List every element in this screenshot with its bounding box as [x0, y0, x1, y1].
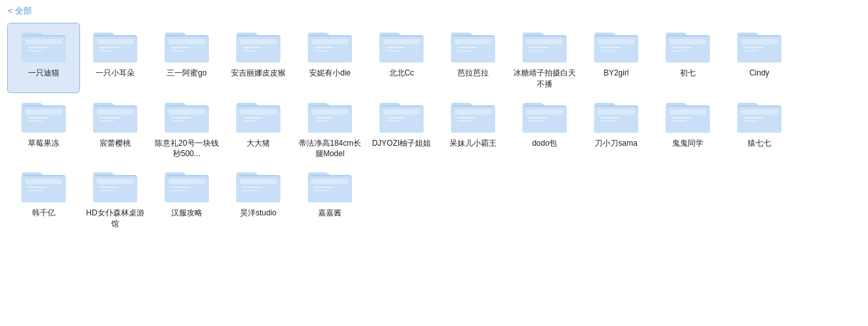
svg-rect-47 [670, 39, 706, 44]
svg-rect-78 [314, 117, 334, 118]
svg-rect-33 [457, 47, 477, 48]
folder-item[interactable]: 刀小刀sama [580, 94, 652, 163]
folder-label: 三一阿蜜go [167, 68, 206, 79]
folder-icon [235, 96, 282, 135]
svg-rect-128 [243, 187, 262, 188]
svg-rect-54 [744, 50, 758, 51]
folder-item[interactable]: 嘉嘉酱 [294, 163, 366, 232]
folder-item[interactable]: 三一阿蜜go [151, 23, 223, 92]
folder-icon [593, 96, 640, 135]
svg-rect-7 [97, 39, 133, 44]
folder-item[interactable]: 安妮有小die [294, 23, 366, 92]
svg-rect-57 [25, 109, 62, 115]
folder-item[interactable]: 草莓果冻 [8, 94, 79, 163]
folder-item[interactable]: 初七 [652, 23, 724, 92]
folder-label: HD女仆森林桌游馆 [83, 208, 148, 230]
svg-rect-118 [100, 187, 119, 188]
svg-rect-52 [741, 39, 778, 44]
folder-item[interactable]: 陈意礼20号一块钱秒500... [151, 94, 223, 163]
folder-item[interactable]: 安吉丽娜皮皮猴 [223, 23, 294, 92]
svg-rect-129 [243, 190, 257, 191]
folder-label: 嘉嘉酱 [318, 208, 342, 219]
folder-label: DJYOZI柚子姐姐 [372, 138, 431, 149]
svg-rect-13 [171, 47, 191, 48]
folder-icon [450, 26, 496, 65]
svg-rect-98 [601, 117, 620, 118]
svg-rect-102 [670, 109, 706, 115]
folder-label: 宸蕾樱桃 [100, 138, 131, 149]
breadcrumb[interactable]: < 全部 [8, 5, 860, 17]
svg-rect-23 [314, 47, 334, 48]
svg-rect-82 [383, 109, 420, 115]
svg-rect-12 [169, 39, 205, 44]
folder-item[interactable]: 鬼鬼同学 [652, 94, 724, 163]
folder-item[interactable]: 一只小耳朵 [79, 23, 151, 92]
folder-label: 初七 [680, 68, 696, 79]
folder-item[interactable]: Cindy [724, 23, 795, 92]
svg-rect-104 [672, 120, 686, 122]
svg-rect-59 [28, 120, 42, 122]
svg-rect-49 [672, 50, 686, 51]
svg-rect-72 [240, 109, 277, 115]
svg-rect-113 [28, 187, 47, 188]
svg-rect-58 [28, 117, 47, 118]
folder-label: 猿七七 [748, 138, 771, 149]
folder-icon [521, 96, 568, 135]
folder-item[interactable]: 猿七七 [724, 94, 795, 163]
folder-label: 安妮有小die [309, 68, 351, 79]
folder-item[interactable]: HD女仆森林桌游馆 [79, 163, 151, 232]
svg-rect-44 [601, 50, 615, 51]
svg-rect-114 [28, 190, 42, 191]
folder-icon [306, 26, 353, 65]
folder-label: 北北Cc [389, 68, 414, 79]
svg-rect-68 [171, 117, 191, 118]
folder-label: 草莓果冻 [28, 138, 59, 149]
svg-rect-64 [100, 120, 114, 122]
folder-label: 大大猪 [247, 138, 270, 149]
folder-icon [378, 26, 425, 65]
svg-rect-67 [169, 109, 205, 115]
folder-item[interactable]: 一只迪猫 [8, 23, 79, 92]
folder-item[interactable]: 呆妹儿小霸王 [437, 94, 509, 163]
folder-item[interactable]: DJYOZI柚子姐姐 [366, 94, 437, 163]
svg-rect-69 [171, 120, 185, 122]
folder-label: 韩千亿 [32, 208, 55, 219]
svg-rect-62 [97, 109, 133, 115]
folder-icon [163, 166, 210, 205]
svg-rect-79 [314, 120, 329, 122]
folder-label: Cindy [750, 68, 770, 79]
folder-label: 呆妹儿小霸王 [450, 138, 496, 149]
svg-rect-117 [97, 179, 133, 184]
svg-rect-8 [100, 47, 119, 48]
folder-item[interactable]: 宸蕾樱桃 [79, 94, 151, 163]
folder-item[interactable]: 北北Cc [366, 23, 437, 92]
folder-label: 安吉丽娜皮皮猴 [231, 68, 286, 79]
folder-item[interactable]: 大大猪 [223, 94, 294, 163]
svg-rect-29 [386, 50, 400, 51]
svg-rect-87 [455, 109, 491, 115]
folder-item[interactable]: 韩千亿 [8, 163, 79, 232]
folder-icon [736, 26, 783, 65]
svg-rect-119 [100, 190, 114, 191]
folder-icon [92, 26, 139, 65]
svg-rect-4 [28, 50, 42, 51]
folder-icon [450, 96, 496, 135]
folder-icon [92, 96, 139, 135]
folder-item[interactable]: 昊洋studio [223, 163, 294, 232]
folder-item[interactable]: dodo包 [509, 94, 580, 163]
folder-icon [92, 166, 139, 205]
svg-rect-37 [526, 39, 563, 44]
folder-item[interactable]: 蒂法净高184cm长腿Model [294, 94, 366, 163]
svg-rect-134 [314, 190, 329, 191]
svg-rect-88 [457, 117, 477, 118]
svg-rect-24 [314, 50, 329, 51]
folder-item[interactable]: 芭拉芭拉 [437, 23, 509, 92]
folder-icon [163, 26, 210, 65]
svg-rect-107 [741, 109, 778, 115]
folder-icon [306, 96, 353, 135]
folder-item[interactable]: BY2girl [580, 23, 652, 92]
folder-item[interactable]: 冰糖靖子拍摄白天不播 [509, 23, 580, 92]
svg-rect-77 [312, 109, 348, 115]
svg-rect-73 [243, 117, 262, 118]
folder-item[interactable]: 汉服攻略 [151, 163, 223, 232]
